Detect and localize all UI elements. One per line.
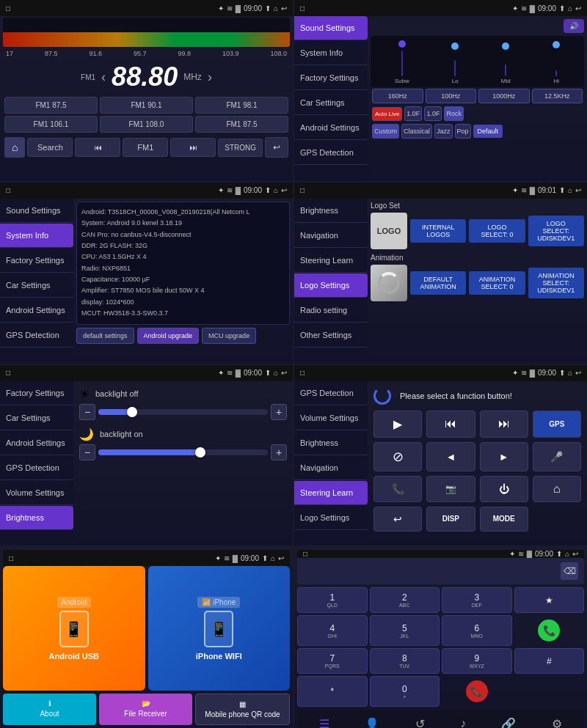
camera-button[interactable]: 📷 <box>426 476 475 502</box>
settings-nav-icon[interactable]: ⚙ <box>549 714 565 728</box>
fm-preset-4[interactable]: FM1 106.1 <box>4 116 98 133</box>
fm-preset-5[interactable]: FM1 108.0 <box>100 116 193 133</box>
fm-preset-1[interactable]: FM1 87.5 <box>4 97 98 114</box>
eq-auto-live-btn[interactable]: Auto Live <box>372 107 402 121</box>
contacts-nav-icon[interactable]: 👤 <box>362 714 382 728</box>
fm-next-button[interactable]: ⏭ <box>170 138 216 157</box>
dial-1[interactable]: 1QLD <box>297 587 368 613</box>
android-usb-box[interactable]: Android 📱 Android USB <box>3 566 145 691</box>
dial-7[interactable]: 7PQRS <box>297 648 368 674</box>
fm-home-button[interactable]: ⌂ <box>4 137 25 158</box>
dial-5[interactable]: 5JKL <box>370 615 440 646</box>
backlight-off-thumb[interactable] <box>127 407 137 417</box>
eq-1f-btn1[interactable]: 1.0F <box>404 106 422 121</box>
recent-calls-nav-icon[interactable]: ↺ <box>412 714 428 728</box>
sidebar-logo-navigation[interactable]: Navigation <box>294 224 368 248</box>
sidebar-sound-settings[interactable]: Sound Settings <box>294 16 368 40</box>
no-entry-button[interactable]: ⊘ <box>373 442 422 471</box>
logo-select-udisk-btn[interactable]: LOGO SELECT: UDISKDEV1 <box>528 216 584 246</box>
default-settings-button[interactable]: default settings <box>76 328 134 344</box>
qr-code-button[interactable]: ▦ Mobile phone QR code <box>195 694 290 725</box>
fm-preset-2[interactable]: FM1 90.1 <box>100 97 193 114</box>
sidebar-si-factory[interactable]: Factory Settings <box>0 249 73 273</box>
prev-track-button[interactable]: ⏮ <box>426 411 475 438</box>
android-upgrade-button[interactable]: Android upgrade <box>137 328 200 344</box>
sidebar-bright-factory[interactable]: Factory Settings <box>0 381 73 405</box>
fm-preset-6[interactable]: FM1 87.5 <box>195 116 288 133</box>
dialpad-nav-icon[interactable]: ☰ <box>316 714 332 728</box>
sidebar-logo-other[interactable]: Other Settings <box>294 323 368 348</box>
gps-button[interactable]: GPS <box>533 411 581 438</box>
vol-up-button[interactable]: ► <box>480 442 528 471</box>
power-button[interactable]: ⏻ <box>480 476 528 502</box>
sidebar-factory-settings[interactable]: Factory Settings <box>294 66 368 90</box>
sidebar-android-settings[interactable]: Android Settings <box>294 116 368 140</box>
eq-default-button[interactable]: Default <box>473 125 503 138</box>
dial-call-button[interactable]: 📞 <box>538 619 560 641</box>
eq-knob-lo[interactable] <box>451 43 459 50</box>
sidebar-si-sysinfo[interactable]: System Info <box>0 224 73 248</box>
sidebar-si-sound[interactable]: Sound Settings <box>0 199 73 223</box>
eq-custom-btn[interactable]: Custom <box>372 124 399 139</box>
sidebar-st-logo[interactable]: Logo Settings <box>294 506 368 530</box>
eq-jazz-btn[interactable]: Jazz <box>434 124 453 139</box>
eq-1f-btn2[interactable]: 1.0F <box>424 106 442 121</box>
fm-prev-arrow[interactable]: ‹ <box>101 70 106 85</box>
sidebar-st-gps[interactable]: GPS Detection <box>294 381 368 405</box>
sound-icon-btn[interactable]: 🔊 <box>564 19 584 33</box>
back-steer-button[interactable]: ↩ <box>373 507 422 532</box>
mic-button[interactable]: 🎤 <box>533 442 581 471</box>
anim-select-udisk-btn[interactable]: ANIMATION SELECT: UDISKDEV1 <box>528 268 584 298</box>
sidebar-logo-steering[interactable]: Steering Learn <box>294 249 368 273</box>
sidebar-bright-brightness[interactable]: Brightness <box>0 506 73 530</box>
fm-preset-3[interactable]: FM1 98.1 <box>195 97 288 114</box>
sidebar-system-info[interactable]: System Info <box>294 41 368 65</box>
dial-end-button[interactable]: 📞 <box>466 680 488 702</box>
music-nav-icon[interactable]: ♪ <box>457 714 469 728</box>
file-receiver-button[interactable]: 📂 File Receiver <box>99 694 192 725</box>
sidebar-st-navigation[interactable]: Navigation <box>294 456 368 480</box>
eq-freq-1000hz[interactable]: 1000Hz <box>478 89 530 103</box>
eq-freq-100hz[interactable]: 100Hz <box>426 89 477 103</box>
backlight-off-plus[interactable]: + <box>271 404 287 420</box>
backlight-off-minus[interactable]: − <box>79 404 95 420</box>
mcu-upgrade-button[interactable]: MCU upgrade <box>202 328 256 344</box>
sidebar-si-android[interactable]: Android Settings <box>0 298 73 323</box>
fm-fm1-button[interactable]: FM1 <box>123 138 168 157</box>
dial-8[interactable]: 8TUV <box>370 648 440 674</box>
home-steer-button[interactable]: ⌂ <box>533 476 581 502</box>
fm-prev-button[interactable]: ⏮ <box>75 138 120 157</box>
fm-strong-button[interactable]: STRONG <box>218 139 263 157</box>
play-button[interactable]: ▶ <box>373 411 422 438</box>
sidebar-si-gps[interactable]: GPS Detection <box>0 323 73 348</box>
sidebar-gps-detection[interactable]: GPS Detection <box>294 141 368 165</box>
logo-select-0-btn[interactable]: LOGO SELECT: 0 <box>469 219 525 243</box>
eq-pop-btn[interactable]: Pop <box>455 124 471 139</box>
sidebar-logo-logo[interactable]: Logo Settings <box>294 273 368 298</box>
iphone-wifi-box[interactable]: 📶 iPhone 📱 iPhone WIFI <box>148 566 291 691</box>
sidebar-bright-android[interactable]: Android Settings <box>0 431 73 455</box>
eq-knob-mid[interactable] <box>502 43 509 50</box>
sidebar-car-settings[interactable]: Car Settings <box>294 91 368 115</box>
eq-rock-btn[interactable]: Rock <box>444 106 464 121</box>
backspace-button[interactable]: ⌫ <box>561 562 578 580</box>
dial-9[interactable]: 9WXYZ <box>442 648 512 674</box>
dial-3[interactable]: 3DEF <box>442 587 512 613</box>
sidebar-bright-car[interactable]: Car Settings <box>0 406 73 430</box>
sidebar-logo-brightness[interactable]: Brightness <box>294 199 368 223</box>
sidebar-si-car[interactable]: Car Settings <box>0 273 73 298</box>
backlight-off-track[interactable] <box>98 409 268 415</box>
sidebar-logo-radio[interactable]: Radio setting <box>294 298 368 323</box>
internal-logos-btn[interactable]: INTERNAL LOGOS <box>410 219 466 243</box>
default-animation-btn[interactable]: DEFAULT ANIMATION <box>410 271 466 295</box>
fm-search-button[interactable]: Search <box>27 138 73 157</box>
eq-freq-160hz[interactable]: 160Hz <box>372 89 423 103</box>
sidebar-st-volume[interactable]: Volume Settings <box>294 406 368 430</box>
sidebar-bright-gps[interactable]: GPS Detection <box>0 456 73 480</box>
disp-button[interactable]: DISP <box>426 507 475 532</box>
sidebar-st-brightness[interactable]: Brightness <box>294 431 368 455</box>
backlight-on-minus[interactable]: − <box>79 444 95 460</box>
dial-4[interactable]: 4GHI <box>297 615 368 646</box>
sidebar-st-steering[interactable]: Steering Learn <box>294 481 368 505</box>
eq-freq-125khz[interactable]: 12.5KHz <box>532 89 583 103</box>
